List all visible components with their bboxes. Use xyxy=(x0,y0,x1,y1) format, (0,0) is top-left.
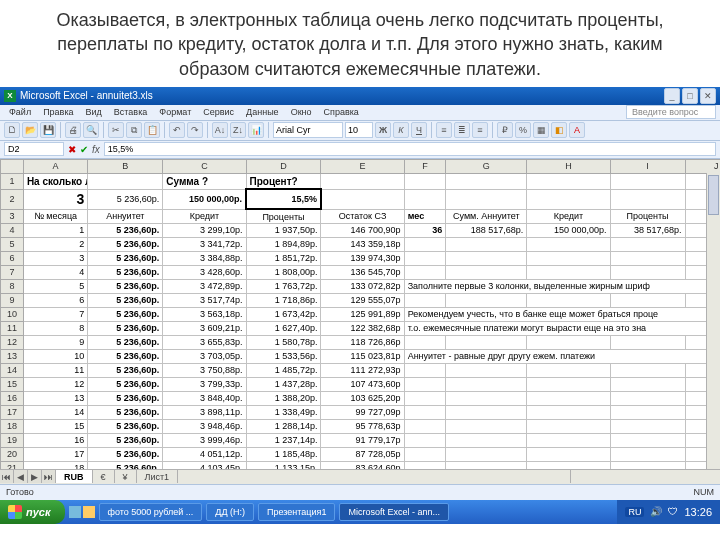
cell[interactable] xyxy=(610,293,685,307)
menu-file[interactable]: Файл xyxy=(4,106,36,118)
tab-nav-last-icon[interactable]: ⏭ xyxy=(42,470,56,483)
row-header[interactable]: 14 xyxy=(1,363,24,377)
cell[interactable]: 38 517,68р. xyxy=(610,223,685,237)
maximize-button[interactable]: □ xyxy=(682,88,698,104)
cell[interactable]: 136 545,70р xyxy=(321,265,404,279)
cell[interactable] xyxy=(527,293,610,307)
row-header[interactable]: 17 xyxy=(1,405,24,419)
cell[interactable] xyxy=(610,335,685,349)
start-button[interactable]: пуск xyxy=(0,500,65,524)
row-header[interactable]: 19 xyxy=(1,433,24,447)
cell[interactable]: 5 236,60р. xyxy=(88,419,163,433)
cell[interactable] xyxy=(446,461,527,469)
help-search-box[interactable]: Введите вопрос xyxy=(626,105,716,119)
cell[interactable]: 1 673,42р. xyxy=(246,307,321,321)
sheet-tab[interactable]: ¥ xyxy=(115,470,137,483)
cell[interactable]: 103 625,20р xyxy=(321,391,404,405)
cell[interactable] xyxy=(527,173,610,189)
row-header[interactable]: 5 xyxy=(1,237,24,251)
row-header[interactable]: 20 xyxy=(1,447,24,461)
cell[interactable]: 1 627,40р. xyxy=(246,321,321,335)
col-header-I[interactable]: I xyxy=(610,159,685,173)
cell[interactable] xyxy=(527,405,610,419)
cell[interactable]: 1 xyxy=(23,223,88,237)
col-header-F[interactable]: F xyxy=(404,159,446,173)
cell[interactable]: 150 000,00р. xyxy=(527,223,610,237)
cell[interactable]: 4 103,45р. xyxy=(163,461,246,469)
cell[interactable] xyxy=(404,293,446,307)
font-size-select[interactable] xyxy=(345,122,373,138)
cell[interactable] xyxy=(527,251,610,265)
font-name-select[interactable] xyxy=(273,122,343,138)
col-header-G[interactable]: G xyxy=(446,159,527,173)
align-center-icon[interactable]: ≣ xyxy=(454,122,470,138)
cell[interactable]: 1 533,56р. xyxy=(246,349,321,363)
tab-nav-next-icon[interactable]: ▶ xyxy=(28,470,42,483)
cell[interactable]: 91 779,17р xyxy=(321,433,404,447)
cell[interactable] xyxy=(404,363,446,377)
worksheet-grid[interactable]: A B C D E F G H I J 1 На сколько лет ? С… xyxy=(0,159,720,469)
menu-help[interactable]: Справка xyxy=(319,106,364,118)
cell[interactable]: № месяца xyxy=(23,209,88,223)
cell[interactable]: 3 xyxy=(23,189,88,209)
cell[interactable]: Проценты xyxy=(610,209,685,223)
cell[interactable]: 13 xyxy=(23,391,88,405)
row-header[interactable]: 9 xyxy=(1,293,24,307)
row-header[interactable]: 12 xyxy=(1,335,24,349)
cell[interactable]: 4 051,12р. xyxy=(163,447,246,461)
cell[interactable] xyxy=(446,293,527,307)
cell[interactable]: 125 991,89р xyxy=(321,307,404,321)
col-header-J[interactable]: J xyxy=(685,159,720,173)
cell[interactable]: 3 898,11р. xyxy=(163,405,246,419)
copy-icon[interactable]: ⧉ xyxy=(126,122,142,138)
cell[interactable] xyxy=(404,265,446,279)
cell[interactable]: 146 700,90р xyxy=(321,223,404,237)
cell[interactable] xyxy=(610,391,685,405)
cell[interactable] xyxy=(404,237,446,251)
menu-window[interactable]: Окно xyxy=(286,106,317,118)
cell[interactable]: 8 xyxy=(23,321,88,335)
cell[interactable]: 5 236,60р. xyxy=(88,321,163,335)
bold-icon[interactable]: Ж xyxy=(375,122,391,138)
preview-icon[interactable]: 🔍 xyxy=(83,122,99,138)
name-box[interactable]: D2 xyxy=(4,142,64,156)
cell[interactable]: 1 718,86р. xyxy=(246,293,321,307)
cell[interactable] xyxy=(446,265,527,279)
cell[interactable]: На сколько лет ? xyxy=(23,173,88,189)
cell[interactable]: 139 974,30р xyxy=(321,251,404,265)
row-header[interactable]: 21 xyxy=(1,461,24,469)
tray-icon[interactable]: 🔊 xyxy=(650,506,662,517)
cell[interactable] xyxy=(446,377,527,391)
cell[interactable]: 5 236,60р. xyxy=(88,223,163,237)
cell[interactable] xyxy=(610,377,685,391)
cell[interactable]: 1 485,72р. xyxy=(246,363,321,377)
sheet-tab-active[interactable]: RUB xyxy=(56,470,93,483)
open-icon[interactable]: 📂 xyxy=(22,122,38,138)
cell[interactable]: 3 848,40р. xyxy=(163,391,246,405)
row-header[interactable]: 10 xyxy=(1,307,24,321)
cell[interactable]: Кредит xyxy=(163,209,246,223)
cell[interactable]: 10 xyxy=(23,349,88,363)
cell[interactable] xyxy=(321,173,404,189)
cell[interactable] xyxy=(446,405,527,419)
cell[interactable] xyxy=(446,173,527,189)
cell[interactable] xyxy=(404,405,446,419)
col-header-E[interactable]: E xyxy=(321,159,404,173)
cell[interactable]: 5 236,60р. xyxy=(88,237,163,251)
cell[interactable]: 5 236,60р. xyxy=(88,447,163,461)
underline-icon[interactable]: Ч xyxy=(411,122,427,138)
cell[interactable]: 3 xyxy=(23,251,88,265)
cell[interactable]: 3 299,10р. xyxy=(163,223,246,237)
close-button[interactable]: ✕ xyxy=(700,88,716,104)
cell[interactable]: 107 473,60р xyxy=(321,377,404,391)
cell[interactable] xyxy=(446,433,527,447)
col-header-H[interactable]: H xyxy=(527,159,610,173)
cell[interactable] xyxy=(446,335,527,349)
chart-icon[interactable]: 📊 xyxy=(248,122,264,138)
cell[interactable]: 1 185,48р. xyxy=(246,447,321,461)
cell[interactable] xyxy=(527,335,610,349)
cell[interactable]: 1 388,20р. xyxy=(246,391,321,405)
cell[interactable] xyxy=(404,447,446,461)
clock[interactable]: 13:26 xyxy=(684,506,712,518)
redo-icon[interactable]: ↷ xyxy=(187,122,203,138)
